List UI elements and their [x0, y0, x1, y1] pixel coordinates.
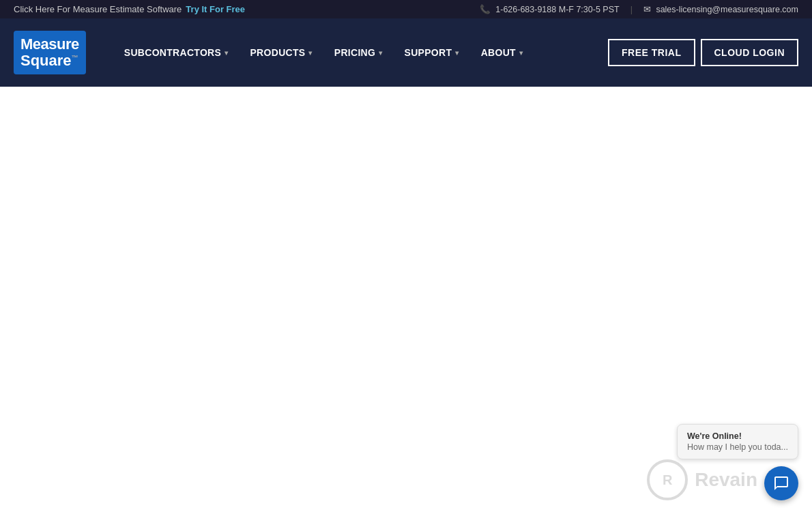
- promo-area: Click Here For Measure Estimate Software…: [14, 4, 245, 14]
- revain-watermark: R Revain: [647, 459, 757, 500]
- contact-area: 📞 1-626-683-9188 M-F 7:30-5 PST | ✉ sale…: [480, 4, 798, 14]
- chat-bubble: We're Online! How may I help you toda...: [677, 424, 798, 459]
- nav-support[interactable]: SUPPORT ▾: [394, 18, 470, 87]
- chevron-down-icon: ▾: [379, 49, 382, 57]
- chevron-down-icon: ▾: [455, 49, 459, 57]
- email-area: ✉ sales-licensing@measuresquare.com: [643, 4, 798, 14]
- nav-subcontractors[interactable]: SUBCONTRACTORS ▾: [113, 18, 240, 87]
- phone-number: 1-626-683-9188: [495, 5, 556, 14]
- chat-icon: [773, 475, 789, 491]
- logo-line1: Measure: [20, 36, 79, 53]
- logo-tm: ™: [72, 54, 78, 61]
- nav-links: SUBCONTRACTORS ▾ PRODUCTS ▾ PRICING ▾ SU…: [113, 18, 608, 87]
- mail-icon: ✉: [643, 5, 651, 14]
- nav-about[interactable]: ABOUT ▾: [470, 18, 534, 87]
- nav-pricing[interactable]: PRICING ▾: [323, 18, 394, 87]
- chat-open-button[interactable]: [764, 466, 798, 500]
- phone-hours: M-F 7:30-5 PST: [559, 5, 620, 14]
- logo-box: Measure Square™: [14, 31, 86, 74]
- promo-link[interactable]: Try It For Free: [186, 4, 245, 14]
- chevron-down-icon: ▾: [224, 49, 228, 57]
- main-nav: Measure Square™ SUBCONTRACTORS ▾ PRODUCT…: [0, 18, 812, 87]
- chat-help-text: How may I help you toda...: [687, 442, 788, 452]
- chevron-down-icon: ▾: [308, 49, 312, 57]
- promo-text: Click Here For Measure Estimate Software: [14, 4, 182, 14]
- logo-line2: Square™: [20, 53, 79, 69]
- nav-cta-area: FREE TRIAL CLOUD LOGIN: [608, 39, 798, 66]
- chat-online-text: We're Online!: [687, 431, 788, 441]
- free-trial-button[interactable]: FREE TRIAL: [608, 39, 695, 66]
- cloud-login-button[interactable]: CLOUD LOGIN: [701, 39, 799, 66]
- revain-icon: R: [647, 459, 688, 500]
- phone-icon: 📞: [480, 5, 491, 14]
- chevron-down-icon: ▾: [519, 49, 523, 57]
- email-address: sales-licensing@measuresquare.com: [656, 5, 798, 14]
- nav-products[interactable]: PRODUCTS ▾: [239, 18, 323, 87]
- top-bar: Click Here For Measure Estimate Software…: [0, 0, 812, 18]
- phone-area: 📞 1-626-683-9188 M-F 7:30-5 PST: [480, 4, 620, 14]
- logo-link[interactable]: Measure Square™: [14, 31, 86, 74]
- divider: |: [630, 5, 633, 14]
- revain-label: Revain: [695, 469, 757, 491]
